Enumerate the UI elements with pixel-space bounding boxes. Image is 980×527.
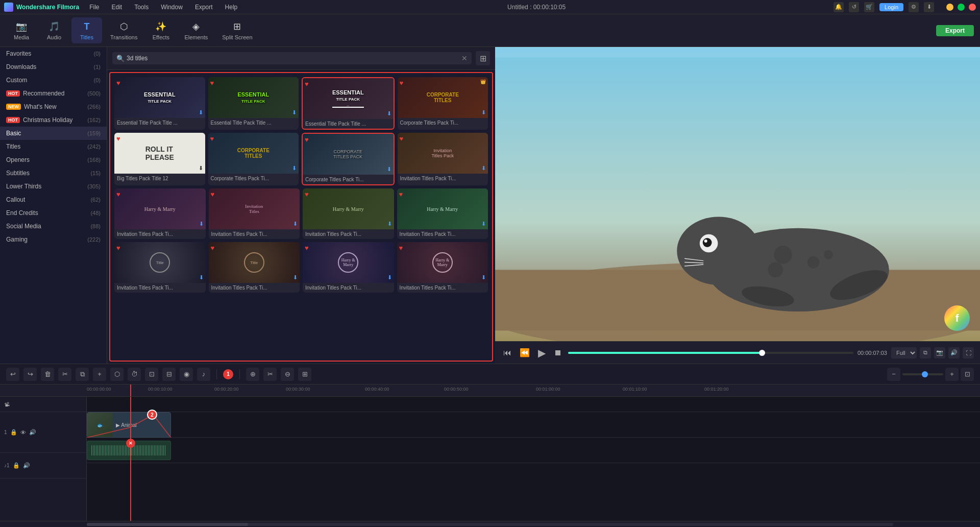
- fullscreen-icon[interactable]: ⛶: [963, 347, 974, 358]
- transition-button[interactable]: ⬡: [110, 368, 124, 381]
- screenshot-icon[interactable]: 📷: [934, 347, 945, 358]
- export-button[interactable]: Export: [936, 25, 974, 36]
- video-clip[interactable]: 🐟 ▶ Animal: [87, 412, 171, 438]
- download-overlay-icon: ⬇: [481, 221, 486, 227]
- list-item[interactable]: ♥ Harry & Marry ⬇ Invitation Titles Pack…: [397, 188, 488, 239]
- download-icon[interactable]: ⬇: [924, 2, 934, 12]
- minimize-button[interactable]: [946, 4, 953, 11]
- sidebar-item-favorites[interactable]: Favorites (0): [0, 47, 107, 60]
- zoom-in-button[interactable]: +: [945, 368, 959, 381]
- delete-button[interactable]: 🗑: [41, 368, 54, 381]
- sidebar-item-christmas[interactable]: HOT Christmas Holiday (162): [0, 113, 107, 127]
- list-item[interactable]: ♥ InvitationTitles ⬇ Invitation Titles P…: [209, 188, 300, 239]
- split-button[interactable]: ⊟: [162, 368, 176, 381]
- download-overlay-icon: ⬇: [387, 166, 391, 173]
- end-credits-text: End Credits: [6, 209, 38, 217]
- list-item[interactable]: ♥ Title ⬇ Invitation Titles Pack Ti...: [209, 242, 300, 293]
- list-item[interactable]: ♥ Title ⬇ Invitation Titles Pack Ti...: [114, 242, 206, 293]
- sidebar-item-basic[interactable]: Basic (159): [0, 127, 107, 140]
- close-button[interactable]: [969, 4, 976, 11]
- pip-icon[interactable]: ⧉: [920, 347, 931, 358]
- update-icon[interactable]: ↺: [849, 2, 859, 12]
- list-item[interactable]: ♥ CORPORATETITLES ⬇ Corporate Titles Pac…: [208, 133, 299, 185]
- maximize-button[interactable]: [958, 4, 965, 11]
- tool-titles-label: Titles: [80, 34, 93, 40]
- list-item[interactable]: ♥ Harry & Marry ⬇ Invitation Titles Pack…: [397, 242, 488, 293]
- list-item[interactable]: ♥ ROLL ITPLEASE ⬇ Big Titles Pack Title …: [114, 133, 205, 185]
- left-sidebar: Favorites (0) Downloads (1) Custom (0) H…: [0, 47, 107, 364]
- rewind-button[interactable]: ⏮: [501, 346, 513, 360]
- scroll-track[interactable]: [87, 523, 893, 526]
- login-button[interactable]: Login: [879, 3, 903, 11]
- add-media-button[interactable]: +: [93, 368, 106, 381]
- titles-sidebar-label: Titles: [6, 143, 20, 150]
- tool-elements[interactable]: ◈ Elements: [178, 17, 214, 43]
- play-button[interactable]: ▶: [536, 345, 548, 361]
- fit-button[interactable]: ⊡: [961, 368, 974, 381]
- crop-button[interactable]: ⊡: [145, 368, 158, 381]
- stabilize-button[interactable]: ⊖: [281, 368, 294, 381]
- sidebar-item-openers[interactable]: Openers (168): [0, 153, 107, 166]
- speed-button[interactable]: ⏱: [128, 368, 141, 381]
- snap-button[interactable]: ⊕: [246, 368, 259, 381]
- expand-button[interactable]: ⊞: [298, 368, 311, 381]
- stop-button[interactable]: ⏹: [552, 346, 564, 360]
- sidebar-item-subtitles[interactable]: Subtitles (15): [0, 166, 107, 180]
- tool-split-screen[interactable]: ⊞ Split Screen: [216, 17, 258, 43]
- sidebar-item-whats-new[interactable]: NEW What's New (266): [0, 100, 107, 113]
- grid-item-label: Essential Title Pack Title ...: [114, 118, 205, 128]
- cart-icon[interactable]: 🛒: [864, 2, 874, 12]
- sidebar-item-custom[interactable]: Custom (0): [0, 74, 107, 87]
- sidebar-item-recommended[interactable]: HOT Recommended (500): [0, 87, 107, 100]
- list-item[interactable]: ♥ ESSENTIALTITLE PACK_ ⬇ Essential Title…: [302, 77, 395, 130]
- sidebar-item-gaming[interactable]: Gaming (222): [0, 233, 107, 246]
- tool-media[interactable]: 📷 Media: [6, 17, 37, 43]
- redo-button[interactable]: ↪: [23, 368, 37, 381]
- notification-icon[interactable]: 🔔: [834, 2, 844, 12]
- menu-help[interactable]: Help: [223, 3, 240, 12]
- custom-text: Custom: [6, 77, 27, 84]
- tool-titles[interactable]: T Titles: [71, 17, 102, 43]
- zoom-bar[interactable]: [902, 373, 943, 375]
- copy-button[interactable]: ⧉: [76, 368, 89, 381]
- menu-window[interactable]: Window: [159, 3, 185, 12]
- download-overlay-icon: ⬇: [387, 221, 392, 227]
- tool-audio[interactable]: 🎵 Audio: [39, 17, 69, 43]
- cut-button[interactable]: ✂: [58, 368, 71, 381]
- tool-effects[interactable]: ✨ Effects: [145, 17, 176, 43]
- sidebar-item-social-media[interactable]: Social Media (88): [0, 220, 107, 233]
- quality-select[interactable]: Full 1/2 1/4: [891, 347, 917, 358]
- undo-button[interactable]: ↩: [6, 368, 19, 381]
- search-input[interactable]: [127, 55, 459, 62]
- track-sound-icon: 🔊: [29, 429, 36, 436]
- volume-icon[interactable]: 🔊: [948, 347, 960, 358]
- sidebar-item-lower-thirds[interactable]: Lower Thirds (305): [0, 180, 107, 193]
- menu-edit[interactable]: Edit: [109, 3, 124, 12]
- list-item[interactable]: ♥ InvitationTitles Pack ⬇ Invitation Tit…: [398, 133, 488, 185]
- list-item[interactable]: ♥ Harry & Marry ⬇ Invitation Titles Pack…: [303, 242, 394, 293]
- sidebar-item-titles[interactable]: Titles (242): [0, 140, 107, 153]
- tool-transitions[interactable]: ⬡ Transitions: [104, 17, 143, 43]
- heart-icon: ♥: [116, 135, 120, 142]
- list-item[interactable]: ♥ CORPORATETITLES PACK ⬇ Corporate Title…: [302, 133, 395, 185]
- cut2-button[interactable]: ✂: [263, 368, 277, 381]
- step-back-button[interactable]: ⏪: [518, 346, 532, 360]
- sidebar-item-downloads[interactable]: Downloads (1): [0, 60, 107, 74]
- zoom-out-button[interactable]: −: [887, 368, 900, 381]
- search-clear-button[interactable]: ✕: [461, 54, 468, 62]
- settings-icon[interactable]: ⚙: [909, 2, 919, 12]
- list-item[interactable]: ♥ ESSENTIALTITLE PACK ⬇ Essential Title …: [114, 77, 205, 130]
- list-item[interactable]: ♥ ESSENTIALTITLE PACK ⬇ Essential Title …: [208, 77, 299, 130]
- sidebar-item-callout[interactable]: Callout (62): [0, 193, 107, 206]
- menu-export[interactable]: Export: [193, 3, 215, 12]
- grid-view-button[interactable]: ⊞: [476, 51, 490, 65]
- progress-bar[interactable]: [568, 352, 853, 354]
- list-item[interactable]: ♥ Harry & Marry ⬇ Invitation Titles Pack…: [303, 188, 394, 239]
- color-button[interactable]: ◉: [180, 368, 193, 381]
- menu-file[interactable]: File: [87, 3, 101, 12]
- list-item[interactable]: ♥ Harry & Marry ⬇ Invitation Titles Pack…: [114, 188, 206, 239]
- list-item[interactable]: ♥ CORPORATETITLES 👑 ⬇ Corporate Titles P…: [398, 77, 488, 130]
- audio-adj-button[interactable]: ♪: [197, 368, 210, 381]
- menu-tools[interactable]: Tools: [132, 3, 151, 12]
- sidebar-item-end-credits[interactable]: End Credits (48): [0, 206, 107, 220]
